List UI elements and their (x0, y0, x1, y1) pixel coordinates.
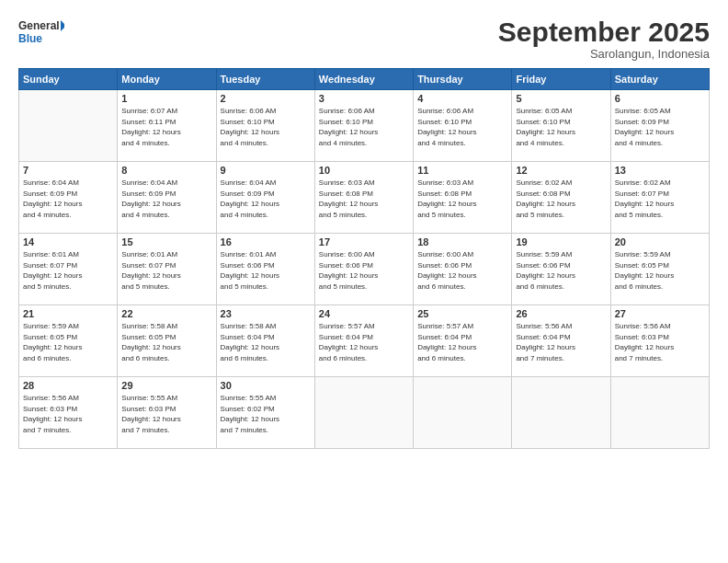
day-number: 10 (319, 165, 409, 176)
day-info: Sunrise: 6:02 AMSunset: 6:08 PMDaylight:… (516, 178, 606, 220)
day-info: Sunrise: 6:03 AMSunset: 6:08 PMDaylight:… (319, 178, 409, 220)
day-number: 14 (23, 236, 113, 247)
calendar-cell: 12Sunrise: 6:02 AMSunset: 6:08 PMDayligh… (512, 162, 610, 234)
day-info: Sunrise: 6:00 AMSunset: 6:06 PMDaylight:… (417, 249, 507, 292)
day-number: 23 (221, 308, 311, 319)
calendar-cell (314, 377, 413, 449)
day-number: 13 (615, 165, 705, 176)
day-info: Sunrise: 6:05 AMSunset: 6:09 PMDaylight:… (615, 106, 705, 148)
calendar-cell: 1Sunrise: 6:07 AMSunset: 6:11 PMDaylight… (118, 90, 216, 162)
day-number: 11 (417, 165, 507, 176)
day-number: 17 (319, 236, 409, 247)
day-info: Sunrise: 6:01 AMSunset: 6:07 PMDaylight:… (121, 249, 211, 292)
day-number: 28 (23, 380, 113, 391)
calendar-cell: 27Sunrise: 5:56 AMSunset: 6:03 PMDayligh… (610, 305, 709, 377)
day-number: 20 (615, 236, 705, 247)
day-info: Sunrise: 6:04 AMSunset: 6:09 PMDaylight:… (121, 178, 211, 220)
month-title: September 2025 (498, 17, 710, 47)
day-info: Sunrise: 6:01 AMSunset: 6:07 PMDaylight:… (23, 249, 113, 292)
calendar-cell: 2Sunrise: 6:06 AMSunset: 6:10 PMDaylight… (216, 90, 314, 162)
calendar-cell: 11Sunrise: 6:03 AMSunset: 6:08 PMDayligh… (414, 162, 512, 234)
calendar-cell: 16Sunrise: 6:01 AMSunset: 6:06 PMDayligh… (216, 234, 314, 305)
day-info: Sunrise: 5:57 AMSunset: 6:04 PMDaylight:… (319, 321, 409, 363)
calendar-cell: 10Sunrise: 6:03 AMSunset: 6:08 PMDayligh… (314, 162, 413, 234)
day-header-monday: Monday (118, 69, 216, 90)
calendar-cell: 28Sunrise: 5:56 AMSunset: 6:03 PMDayligh… (19, 377, 118, 449)
day-info: Sunrise: 5:59 AMSunset: 6:05 PMDaylight:… (23, 321, 113, 363)
calendar-cell: 21Sunrise: 5:59 AMSunset: 6:05 PMDayligh… (19, 305, 118, 377)
calendar-cell: 23Sunrise: 5:58 AMSunset: 6:04 PMDayligh… (216, 305, 314, 377)
svg-marker-2 (61, 20, 64, 31)
day-number: 6 (615, 93, 705, 104)
calendar-cell: 15Sunrise: 6:01 AMSunset: 6:07 PMDayligh… (118, 234, 216, 305)
day-number: 19 (516, 236, 606, 247)
day-number: 3 (319, 93, 409, 104)
day-header-tuesday: Tuesday (216, 69, 314, 90)
day-info: Sunrise: 5:56 AMSunset: 6:03 PMDaylight:… (615, 321, 705, 363)
calendar-cell: 9Sunrise: 6:04 AMSunset: 6:09 PMDaylight… (216, 162, 314, 234)
day-number: 24 (319, 308, 409, 319)
day-info: Sunrise: 5:55 AMSunset: 6:02 PMDaylight:… (221, 393, 311, 435)
day-info: Sunrise: 6:04 AMSunset: 6:09 PMDaylight:… (23, 178, 113, 220)
day-number: 22 (121, 308, 211, 319)
subtitle: Sarolangun, Indonesia (498, 47, 710, 61)
day-header-sunday: Sunday (19, 69, 118, 90)
day-number: 12 (516, 165, 606, 176)
calendar-table: SundayMondayTuesdayWednesdayThursdayFrid… (18, 68, 710, 449)
calendar-cell: 26Sunrise: 5:56 AMSunset: 6:04 PMDayligh… (512, 305, 610, 377)
day-number: 26 (516, 308, 606, 319)
calendar-cell: 25Sunrise: 5:57 AMSunset: 6:04 PMDayligh… (414, 305, 512, 377)
calendar-cell (512, 377, 610, 449)
day-number: 5 (516, 93, 606, 104)
calendar-cell (610, 377, 709, 449)
day-number: 30 (221, 380, 311, 391)
day-number: 25 (417, 308, 507, 319)
calendar-cell: 3Sunrise: 6:06 AMSunset: 6:10 PMDaylight… (314, 90, 413, 162)
calendar-cell: 14Sunrise: 6:01 AMSunset: 6:07 PMDayligh… (19, 234, 118, 305)
day-header-wednesday: Wednesday (314, 69, 413, 90)
day-header-thursday: Thursday (414, 69, 512, 90)
calendar-cell: 6Sunrise: 6:05 AMSunset: 6:09 PMDaylight… (610, 90, 709, 162)
calendar-cell: 29Sunrise: 5:55 AMSunset: 6:03 PMDayligh… (118, 377, 216, 449)
calendar-cell: 17Sunrise: 6:00 AMSunset: 6:06 PMDayligh… (314, 234, 413, 305)
day-number: 15 (121, 236, 211, 247)
title-block: September 2025 Sarolangun, Indonesia (498, 17, 710, 61)
day-number: 29 (121, 380, 211, 391)
day-header-saturday: Saturday (610, 69, 709, 90)
svg-text:General: General (18, 19, 60, 32)
calendar-cell: 30Sunrise: 5:55 AMSunset: 6:02 PMDayligh… (216, 377, 314, 449)
day-number: 16 (221, 236, 311, 247)
day-info: Sunrise: 6:03 AMSunset: 6:08 PMDaylight:… (417, 178, 507, 220)
day-number: 8 (121, 165, 211, 176)
calendar-cell: 4Sunrise: 6:06 AMSunset: 6:10 PMDaylight… (414, 90, 512, 162)
svg-text:Blue: Blue (18, 32, 42, 45)
day-number: 4 (417, 93, 507, 104)
day-info: Sunrise: 5:58 AMSunset: 6:04 PMDaylight:… (221, 321, 311, 363)
day-number: 7 (23, 165, 113, 176)
calendar-cell: 20Sunrise: 5:59 AMSunset: 6:05 PMDayligh… (610, 234, 709, 305)
calendar-cell (19, 90, 118, 162)
day-info: Sunrise: 5:57 AMSunset: 6:04 PMDaylight:… (417, 321, 507, 363)
calendar-cell: 5Sunrise: 6:05 AMSunset: 6:10 PMDaylight… (512, 90, 610, 162)
day-info: Sunrise: 5:59 AMSunset: 6:05 PMDaylight:… (615, 249, 705, 292)
day-number: 9 (221, 165, 311, 176)
day-info: Sunrise: 6:07 AMSunset: 6:11 PMDaylight:… (121, 106, 211, 148)
day-header-friday: Friday (512, 69, 610, 90)
day-info: Sunrise: 6:06 AMSunset: 6:10 PMDaylight:… (417, 106, 507, 148)
calendar-cell: 22Sunrise: 5:58 AMSunset: 6:05 PMDayligh… (118, 305, 216, 377)
day-info: Sunrise: 5:56 AMSunset: 6:04 PMDaylight:… (516, 321, 606, 363)
logo: General Blue (18, 17, 64, 50)
day-number: 1 (121, 93, 211, 104)
day-info: Sunrise: 6:06 AMSunset: 6:10 PMDaylight:… (319, 106, 409, 148)
day-info: Sunrise: 6:01 AMSunset: 6:06 PMDaylight:… (221, 249, 311, 292)
day-number: 21 (23, 308, 113, 319)
day-info: Sunrise: 5:59 AMSunset: 6:06 PMDaylight:… (516, 249, 606, 292)
day-info: Sunrise: 6:02 AMSunset: 6:07 PMDaylight:… (615, 178, 705, 220)
day-number: 18 (417, 236, 507, 247)
calendar-cell (414, 377, 512, 449)
day-info: Sunrise: 5:55 AMSunset: 6:03 PMDaylight:… (121, 393, 211, 435)
calendar-cell: 24Sunrise: 5:57 AMSunset: 6:04 PMDayligh… (314, 305, 413, 377)
day-info: Sunrise: 6:04 AMSunset: 6:09 PMDaylight:… (221, 178, 311, 220)
day-number: 27 (615, 308, 705, 319)
calendar-cell: 19Sunrise: 5:59 AMSunset: 6:06 PMDayligh… (512, 234, 610, 305)
